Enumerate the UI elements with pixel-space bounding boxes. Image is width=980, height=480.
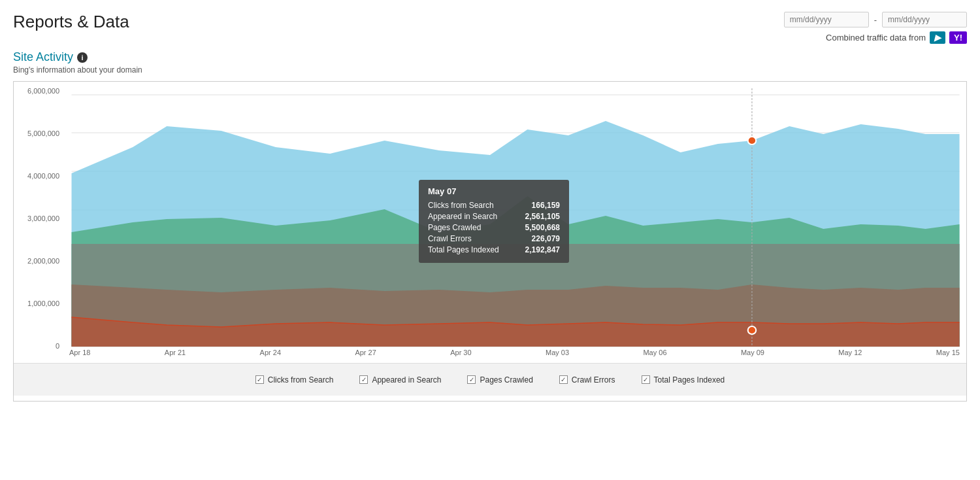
legend-label-pages: Pages Crawled	[480, 375, 532, 385]
x-label-apr18: Apr 18	[69, 349, 90, 356]
legend-checkbox-appeared[interactable]: ✓	[359, 375, 368, 384]
legend-item-clicks[interactable]: ✓ Clicks from Search	[255, 375, 334, 385]
legend-item-appeared[interactable]: ✓ Appeared in Search	[359, 375, 441, 385]
date-separator: -	[874, 15, 877, 25]
date-range-row: -	[784, 12, 967, 27]
x-label-may03: May 03	[546, 349, 569, 356]
legend-checkbox-errors[interactable]: ✓	[559, 375, 568, 384]
page-container: Reports & Data - Combined traffic data f…	[0, 0, 980, 480]
legend-bar: ✓ Clicks from Search ✓ Appeared in Searc…	[14, 363, 966, 396]
yahoo-logo: Y!	[949, 31, 967, 44]
legend-checkbox-indexed[interactable]: ✓	[642, 375, 650, 384]
bing-logo: ▶	[930, 31, 945, 44]
x-label-may15: May 15	[936, 349, 960, 356]
x-label-apr21: Apr 21	[165, 349, 186, 356]
page-title: Reports & Data	[13, 12, 129, 32]
chart-container: 6,000,000 5,000,000 4,000,000 3,000,000 …	[13, 81, 967, 402]
x-label-may09: May 09	[741, 349, 764, 356]
legend-checkbox-pages[interactable]: ✓	[467, 375, 476, 384]
date-to-input[interactable]	[882, 12, 967, 27]
legend-label-clicks: Clicks from Search	[268, 375, 334, 385]
legend-item-pages[interactable]: ✓ Pages Crawled	[467, 375, 532, 385]
site-activity-title: Site Activity i	[13, 50, 967, 64]
x-label-may06: May 06	[643, 349, 666, 356]
legend-label-appeared: Appeared in Search	[372, 375, 441, 385]
chart-area: 6,000,000 5,000,000 4,000,000 3,000,000 …	[14, 82, 966, 363]
site-activity-subtitle: Bing's information about your domain	[13, 65, 967, 75]
info-icon[interactable]: i	[77, 52, 88, 63]
legend-checkbox-clicks[interactable]: ✓	[255, 375, 264, 384]
header-row: Reports & Data - Combined traffic data f…	[13, 12, 967, 44]
x-label-apr24: Apr 24	[260, 349, 281, 356]
svg-point-15	[748, 326, 756, 334]
combined-traffic: Combined traffic data from ▶ Y!	[826, 31, 967, 44]
x-axis-labels: Apr 18 Apr 21 Apr 24 Apr 27 Apr 30 May 0…	[69, 342, 960, 363]
legend-item-indexed[interactable]: ✓ Total Pages Indexed	[642, 375, 725, 385]
svg-point-14	[748, 137, 756, 145]
x-label-apr27: Apr 27	[355, 349, 376, 356]
legend-label-indexed: Total Pages Indexed	[654, 375, 725, 385]
x-label-apr30: Apr 30	[450, 349, 471, 356]
date-from-input[interactable]	[784, 12, 869, 27]
main-chart	[14, 82, 966, 363]
site-activity-header: Site Activity i Bing's information about…	[13, 50, 967, 75]
legend-item-errors[interactable]: ✓ Crawl Errors	[559, 375, 615, 385]
legend-label-errors: Crawl Errors	[572, 375, 615, 385]
x-label-may12: May 12	[838, 349, 862, 356]
